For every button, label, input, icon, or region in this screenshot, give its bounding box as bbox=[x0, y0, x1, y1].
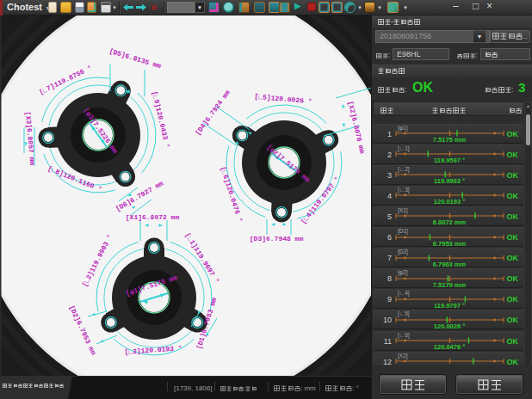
svg-text:[D3]6.7948 mm: [D3]6.7948 mm bbox=[250, 235, 304, 242]
svg-text:[X1]6.8072 mm: [X1]6.8072 mm bbox=[126, 213, 180, 221]
